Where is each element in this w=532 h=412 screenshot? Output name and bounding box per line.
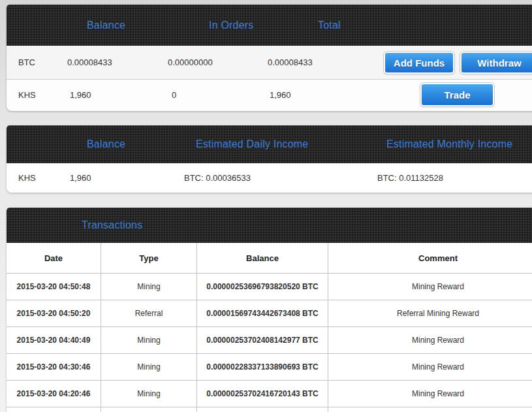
col-header-type: Type [101,243,197,273]
transaction-comment: Mining Reward [328,327,532,353]
col-header-comment: Comment [328,243,532,273]
khs-balance-value: 1,960 [70,163,91,193]
transaction-comment: Mining Reward [328,274,532,300]
transaction-row: 2015-03-20 04:40:49 Mining 0.00000253702… [7,326,532,353]
col-header-date: Date [7,243,101,273]
transaction-type: Referral [101,300,197,326]
estimated-income-panel: Balance Estimated Daily Income Estimated… [7,125,532,193]
transaction-balance: 0.00001569743442673408 BTC [197,300,328,326]
column-header-daily-income: Estimated Daily Income [196,125,308,163]
transactions-header: Transactions [7,208,532,243]
column-header-balance: Balance [87,125,125,163]
transaction-balance: 0.00000253702416720143 BTC [197,381,328,407]
withdraw-button[interactable]: Withdraw [460,52,532,74]
khs-in-orders-value: 0 [172,80,176,110]
column-header-balance: Balance [87,5,125,46]
currency-label-khs: KHS [18,80,36,110]
trade-button[interactable]: Trade [420,83,494,106]
transactions-title: Transactions [82,208,142,243]
btc-balance-value: 0.00008433 [67,46,112,79]
col-header-balance: Balance [197,243,328,273]
transaction-balance: 0.00000228337133890693 BTC [197,354,328,380]
estimated-income-header: Balance Estimated Daily Income Estimated… [7,125,532,163]
transaction-row: 2015-03-20 04:30:46 Mining 0.00000228337… [7,353,532,380]
transaction-comment: Referral Mining Reward [328,300,532,326]
btc-in-orders-value: 0.00000000 [168,46,213,79]
column-header-total: Total [318,5,341,46]
transaction-type: Mining [101,274,197,300]
transaction-type: Mining [101,327,197,353]
column-header-in-orders: In Orders [209,5,254,46]
currency-label-btc: BTC [18,46,35,79]
transaction-date: 2015-03-20 04:40:49 [7,327,101,353]
transaction-date: 2015-03-20 04:30:46 [7,354,101,380]
khs-balance-value: 1,960 [70,80,91,110]
transactions-panel: Transactions Date Type Balance Comment 2… [7,208,532,412]
account-balances-panel: Balance In Orders Total BTC 0.00008433 0… [7,5,532,111]
transactions-table-header: Date Type Balance Comment [7,243,532,273]
khs-total-value: 1,960 [270,80,291,110]
transaction-row: 2015-03-20 04:20:46 Mining 0.00000253702… [7,380,532,407]
transaction-balance: 0.00000253702408142977 BTC [197,327,328,353]
transaction-comment: Mining Reward [328,354,532,380]
daily-income-value: BTC: 0.00036533 [184,163,251,193]
monthly-income-value: BTC: 0.01132528 [377,163,443,193]
transaction-type: Mining [101,381,197,407]
transaction-date: 2015-03-20 04:50:48 [7,274,101,300]
add-funds-button[interactable]: Add Funds [384,52,454,74]
column-header-monthly-income: Estimated Monthly Income [386,125,512,163]
transaction-row: 2015-03-20 04:50:20 Referral 0.000015697… [7,300,532,326]
transaction-row: 2015-03-20 04:50:48 Mining 0.00000253696… [7,273,532,300]
currency-label-khs: KHS [18,163,36,193]
transaction-date: 2015-03-20 04:50:20 [7,300,101,326]
income-row-khs: KHS 1,960 BTC: 0.00036533 BTC: 0.0113252… [7,163,532,193]
account-balances-header: Balance In Orders Total [7,5,532,46]
transaction-row-partial [7,407,532,412]
btc-total-value: 0.00008433 [268,46,313,79]
transaction-balance: 0.00000253696793820520 BTC [197,274,328,300]
transaction-type: Mining [101,354,197,380]
transaction-date: 2015-03-20 04:20:46 [7,381,101,407]
transaction-comment: Mining Reward [328,381,532,407]
